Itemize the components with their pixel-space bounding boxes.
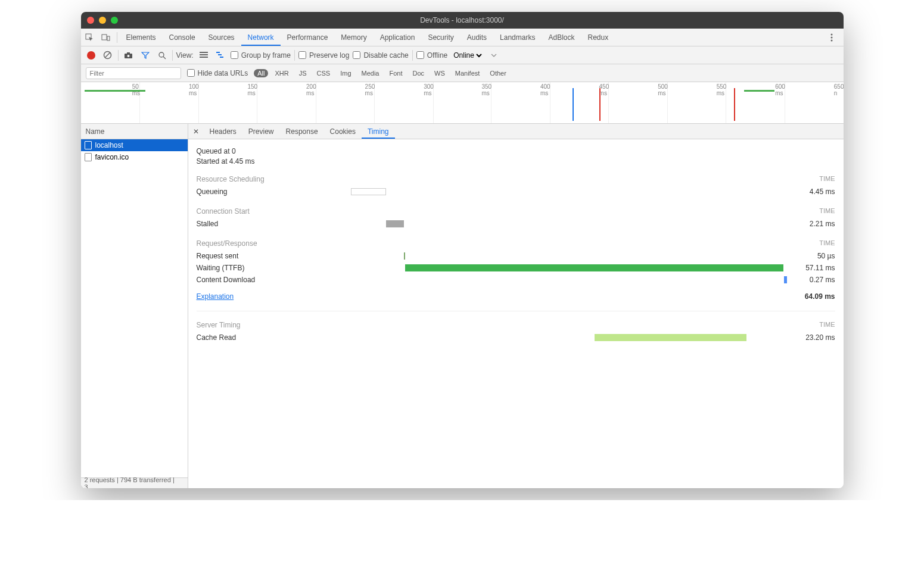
waterfall-icon[interactable] — [214, 49, 227, 62]
type-filter-doc[interactable]: Doc — [409, 69, 428, 77]
timing-row-content-download: Content Download 0.27 ms — [197, 274, 835, 286]
timing-bar-content_download — [784, 276, 787, 283]
detail-tab-headers[interactable]: Headers — [204, 124, 242, 139]
timing-row-queueing: Queueing 4.45 ms — [197, 186, 835, 198]
svg-rect-14 — [200, 54, 208, 55]
type-filter-js[interactable]: JS — [295, 69, 310, 77]
timing-bar-request_sent — [404, 252, 405, 260]
timeline-ruler[interactable]: 50 ms100 ms150 ms200 ms250 ms300 ms350 m… — [81, 82, 844, 124]
type-filter-other[interactable]: Other — [486, 69, 510, 77]
type-filter-manifest[interactable]: Manifest — [452, 69, 484, 77]
explanation-link[interactable]: Explanation — [197, 292, 234, 301]
hide-data-urls-checkbox[interactable]: Hide data URLs — [187, 69, 248, 77]
request-row[interactable]: localhost — [81, 139, 188, 151]
timing-row-waiting: Waiting (TTFB) 57.11 ms — [197, 262, 835, 274]
tab-redux[interactable]: Redux — [581, 29, 615, 46]
devtools-window: DevTools - localhost:3000/ ElementsConso… — [81, 12, 844, 488]
record-button[interactable] — [85, 49, 98, 62]
ruler-tick: 250 ms — [365, 83, 375, 96]
ruler-activity — [744, 90, 774, 92]
svg-rect-15 — [200, 57, 208, 58]
ruler-tick: 300 ms — [424, 83, 434, 96]
svg-line-7 — [105, 52, 110, 58]
document-icon — [85, 153, 92, 161]
detail-tab-cookies[interactable]: Cookies — [324, 124, 362, 139]
ruler-tick: 150 ms — [247, 83, 257, 96]
tab-sources[interactable]: Sources — [202, 29, 241, 46]
type-filter-font[interactable]: Font — [385, 69, 406, 77]
separator — [197, 311, 835, 311]
minimize-window-button[interactable] — [99, 17, 106, 24]
large-rows-icon[interactable] — [197, 49, 210, 62]
device-toggle-icon[interactable] — [98, 29, 114, 46]
ruler-tick: 350 ms — [481, 83, 491, 96]
svg-rect-18 — [220, 57, 223, 58]
type-filter-media[interactable]: Media — [358, 69, 383, 77]
svg-rect-16 — [216, 52, 220, 53]
window-title: DevTools - localhost:3000/ — [420, 16, 504, 24]
tab-memory[interactable]: Memory — [334, 29, 373, 46]
maximize-window-button[interactable] — [111, 17, 118, 24]
svg-point-10 — [127, 55, 130, 57]
detail-panel: ✕ HeadersPreviewResponseCookiesTiming Qu… — [188, 124, 844, 488]
request-name: localhost — [95, 141, 123, 149]
tab-audits[interactable]: Audits — [461, 29, 493, 46]
separator — [117, 32, 117, 43]
type-filter-all[interactable]: All — [254, 69, 268, 77]
type-filter-css[interactable]: CSS — [313, 69, 334, 77]
svg-rect-13 — [200, 52, 208, 53]
close-window-button[interactable] — [87, 17, 94, 24]
timing-row-stalled: Stalled 2.21 ms — [197, 218, 835, 230]
type-filter-img[interactable]: Img — [337, 69, 354, 77]
svg-rect-17 — [218, 54, 222, 55]
tab-security[interactable]: Security — [421, 29, 460, 46]
ruler-mark — [599, 88, 601, 121]
timing-panel: Queued at 0 Started at 4.45 ms TIMEResou… — [188, 139, 844, 488]
request-row[interactable]: favicon.ico — [81, 151, 188, 163]
svg-rect-2 — [107, 36, 110, 40]
throttle-select[interactable]: Online — [451, 51, 484, 60]
timing-total: 64.09 ms — [788, 291, 835, 302]
inspect-icon[interactable] — [81, 29, 98, 46]
kebab-menu-icon[interactable] — [823, 29, 840, 46]
tab-elements[interactable]: Elements — [120, 29, 163, 46]
search-icon[interactable] — [155, 49, 169, 62]
tab-application[interactable]: Application — [374, 29, 422, 46]
group-by-frame-checkbox[interactable]: Group by frame — [231, 51, 291, 60]
disable-cache-checkbox[interactable]: Disable cache — [353, 51, 408, 60]
window-controls — [87, 17, 118, 24]
ruler-tick: 550 ms — [717, 83, 727, 96]
close-detail-icon[interactable]: ✕ — [188, 127, 204, 136]
tab-network[interactable]: Network — [241, 29, 281, 46]
detail-tab-response[interactable]: Response — [280, 124, 324, 139]
ruler-mark — [573, 88, 574, 121]
timing-bar-stalled — [386, 220, 404, 227]
svg-point-11 — [159, 52, 164, 57]
tab-performance[interactable]: Performance — [281, 29, 335, 46]
tab-adblock[interactable]: AdBlock — [542, 29, 581, 46]
type-filter-ws[interactable]: WS — [431, 69, 449, 77]
main-split: Name localhostfavicon.ico 2 requests | 7… — [81, 124, 844, 488]
queued-at-label: Queued at 0 — [197, 147, 835, 155]
timing-bar-queueing — [351, 188, 387, 195]
name-column-header[interactable]: Name — [81, 124, 188, 139]
ruler-activity — [85, 90, 145, 92]
offline-checkbox[interactable]: Offline — [416, 51, 447, 60]
filter-icon[interactable] — [139, 49, 152, 62]
type-filter-xhr[interactable]: XHR — [271, 69, 292, 77]
request-list: localhostfavicon.ico — [81, 139, 188, 477]
timing-row-request-sent: Request sent 50 µs — [197, 250, 835, 262]
detail-tab-timing[interactable]: Timing — [362, 124, 395, 139]
filter-input[interactable] — [86, 67, 181, 79]
preserve-log-checkbox[interactable]: Preserve log — [298, 51, 349, 60]
view-label: View: — [176, 51, 194, 60]
clear-button[interactable] — [101, 49, 114, 62]
capture-screenshots-icon[interactable] — [122, 49, 135, 62]
svg-rect-9 — [127, 52, 130, 54]
detail-tab-preview[interactable]: Preview — [242, 124, 280, 139]
started-at-label: Started at 4.45 ms — [197, 157, 835, 166]
tab-console[interactable]: Console — [163, 29, 202, 46]
tab-landmarks[interactable]: Landmarks — [493, 29, 542, 46]
ruler-tick: 200 ms — [306, 83, 316, 96]
throttle-config-icon[interactable] — [487, 49, 500, 62]
